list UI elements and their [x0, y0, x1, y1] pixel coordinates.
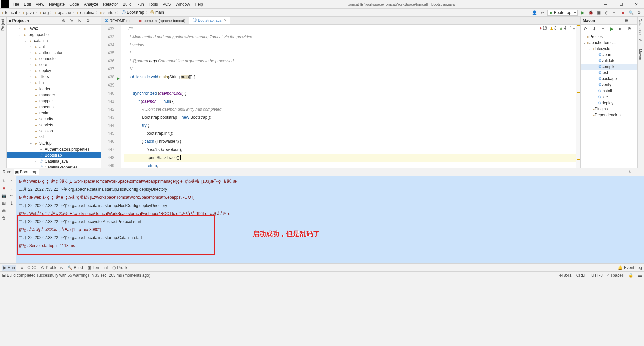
menu-tools[interactable]: Tools — [147, 1, 160, 7]
maven-tree-item[interactable]: ⚙ package — [581, 76, 637, 82]
maven-settings-icon[interactable]: ✳ — [623, 18, 629, 24]
menu-navigate[interactable]: Navigate — [47, 1, 67, 7]
tree-item[interactable]: ›▸authenticator — [7, 50, 101, 56]
maven-toolwindow-tab[interactable]: Maven — [638, 47, 643, 62]
breadcrumb-item[interactable]: ▸ tomcat — [2, 10, 17, 15]
tree-item[interactable]: ›▸security — [7, 116, 101, 122]
errors-count[interactable]: 18 — [539, 26, 547, 31]
tree-item[interactable]: ›▸manager — [7, 92, 101, 98]
code-body[interactable]: /** * Main method and entry point when s… — [121, 25, 576, 168]
maven-tree-item[interactable]: ⚙ clean — [581, 52, 637, 58]
run-tab[interactable]: ▶ Run — [2, 265, 16, 271]
expand-all-icon[interactable]: ⇲ — [69, 18, 75, 24]
hide-panel-icon[interactable]: ─ — [93, 18, 99, 24]
maven-tree-item[interactable]: ⌄ ▸ apache-tomcat — [581, 40, 637, 46]
hide-run-icon[interactable]: ─ — [635, 169, 641, 175]
user-icon[interactable]: 👤 — [531, 10, 537, 16]
delete-icon[interactable]: 🗑 — [0, 214, 8, 222]
menu-window[interactable]: Window — [173, 1, 192, 7]
tree-item[interactable]: ›▸realm — [7, 110, 101, 116]
run-panel-settings-icon[interactable]: ✳ — [627, 169, 633, 175]
editor-tab[interactable]: Ⓒ Bootstrap.java × — [189, 17, 230, 24]
close-button[interactable]: ✕ — [629, 0, 644, 9]
memory-indicator-icon[interactable]: ▬ — [638, 273, 642, 278]
more-run-icon[interactable]: ⋯ — [612, 10, 618, 16]
menu-view[interactable]: View — [34, 1, 46, 7]
maven-tree-item[interactable]: › ▸ Plugins — [581, 106, 637, 112]
code-editor[interactable]: 432433434435436437▶438439440441442443444… — [101, 25, 580, 168]
tree-item[interactable]: ›▸ant — [7, 44, 101, 50]
readonly-toggle-icon[interactable]: 🔒 — [628, 273, 633, 278]
editor-tab[interactable]: m pom.xml (apache-tomcat) — [135, 17, 189, 24]
run-button[interactable]: ▶ — [580, 10, 586, 16]
tree-item[interactable]: ›ⒸCatalina.java — [7, 158, 101, 164]
warnings-count[interactable]: 3 — [550, 26, 557, 31]
caret-position[interactable]: 448:41 — [559, 273, 572, 278]
toggle-offline-icon[interactable]: ⚑ — [626, 26, 632, 32]
generate-sources-icon[interactable]: ⬇ — [591, 26, 597, 32]
menu-vcs[interactable]: VCS — [161, 1, 173, 7]
inspections-summary[interactable]: 18 3 4 ⌃⌄ — [539, 26, 576, 31]
profiler-tab[interactable]: ◷ Profiler — [112, 265, 130, 270]
panel-settings-icon[interactable]: ⚙ — [85, 18, 91, 24]
tree-item[interactable]: ›▸ha — [7, 80, 101, 86]
dump-threads-icon[interactable]: 📷 — [0, 192, 8, 199]
menu-help[interactable]: Help — [193, 1, 205, 7]
breadcrumb-item[interactable]: ▸ startup — [100, 10, 116, 15]
run-config-tab[interactable]: ▣ Bootstrap — [14, 169, 39, 175]
todo-tab[interactable]: ≡ TODO — [21, 265, 36, 270]
maven-tree-item[interactable]: › ▸ Dependencies — [581, 112, 637, 118]
tree-item[interactable]: ›▸mapper — [7, 98, 101, 104]
tree-item[interactable]: ⌄▸catalina — [7, 38, 101, 44]
coverage-button[interactable]: ▣ — [596, 10, 602, 16]
down-stack-icon[interactable]: ↓ — [8, 185, 16, 192]
tree-item[interactable]: ›▸deploy — [7, 68, 101, 74]
maven-tree-item[interactable]: ⚙ deploy — [581, 100, 637, 106]
search-everywhere-icon[interactable]: 🔍 — [628, 10, 634, 16]
select-opened-file-icon[interactable]: ⊕ — [61, 18, 67, 24]
menu-code[interactable]: Code — [67, 1, 81, 7]
tree-item[interactable]: ›▸ssi — [7, 134, 101, 140]
ant-toolwindow-tab[interactable]: Ant — [638, 37, 643, 47]
soft-wrap-icon[interactable]: ↩ — [8, 192, 16, 199]
inspections-chevron-icon[interactable]: ⌃⌄ — [569, 26, 576, 31]
tree-item[interactable]: ›▸connector — [7, 56, 101, 62]
tree-item[interactable]: ⌄▸startup — [7, 140, 101, 146]
up-stack-icon[interactable]: ↑ — [8, 177, 16, 185]
scroll-end-icon[interactable]: ⤓ — [8, 199, 16, 207]
print-icon[interactable]: 🖶 — [0, 207, 8, 214]
close-tab-icon[interactable]: × — [224, 18, 226, 23]
layout-icon[interactable]: ▦ — [0, 199, 8, 207]
profile-button[interactable]: ◷ — [604, 10, 610, 16]
project-toolwindow-tab[interactable]: Project — [0, 17, 5, 33]
add-maven-icon[interactable]: ＋ — [600, 26, 606, 32]
indent-settings[interactable]: 4 spaces — [607, 273, 624, 278]
clear-all-icon[interactable] — [8, 207, 16, 214]
line-separator[interactable]: CRLF — [576, 273, 587, 278]
breadcrumb-item[interactable]: ▸ org — [40, 10, 49, 15]
maven-tree-item[interactable]: ⚙ site — [581, 94, 637, 100]
tree-item[interactable]: ›▸core — [7, 62, 101, 68]
menu-run[interactable]: Run — [135, 1, 146, 7]
console-output[interactable]: 信息: Webåº ç ¨ç¨ åº ç ®å½ [E:\workspace\T… — [16, 176, 644, 263]
file-encoding[interactable]: UTF-8 — [591, 273, 603, 278]
collapse-all-icon[interactable]: ⇱ — [77, 18, 83, 24]
tree-item[interactable]: ›▸session — [7, 128, 101, 134]
reload-icon[interactable]: ⟳ — [583, 26, 589, 32]
maven-tree-item[interactable]: › ▸ Profiles — [581, 34, 637, 40]
tree-item[interactable]: ›▸filters — [7, 74, 101, 80]
breadcrumb-item[interactable]: ⓜ main — [150, 10, 164, 15]
breadcrumb-item[interactable]: ▸ java — [23, 10, 34, 15]
tree-item[interactable]: ⌄▸org.apache — [7, 32, 101, 38]
maven-tree-item[interactable]: ⌄ ▸ Lifecycle — [581, 46, 637, 52]
event-log-tab[interactable]: 🔔 Event Log — [618, 265, 642, 270]
execute-maven-icon[interactable]: m — [618, 26, 624, 32]
run-config-dropdown[interactable]: ▶ Bootstrap — [547, 10, 578, 16]
minimize-button[interactable]: ─ — [598, 0, 613, 9]
tree-item[interactable]: ›▸mbeans — [7, 104, 101, 110]
tree-item[interactable]: ›▸loader — [7, 86, 101, 92]
tree-item[interactable]: ›▸javax — [7, 25, 101, 32]
problems-tab[interactable]: ⊘ Problems — [41, 265, 63, 270]
stop-process-icon[interactable]: ■ — [0, 185, 8, 192]
menu-edit[interactable]: Edit — [22, 1, 33, 7]
